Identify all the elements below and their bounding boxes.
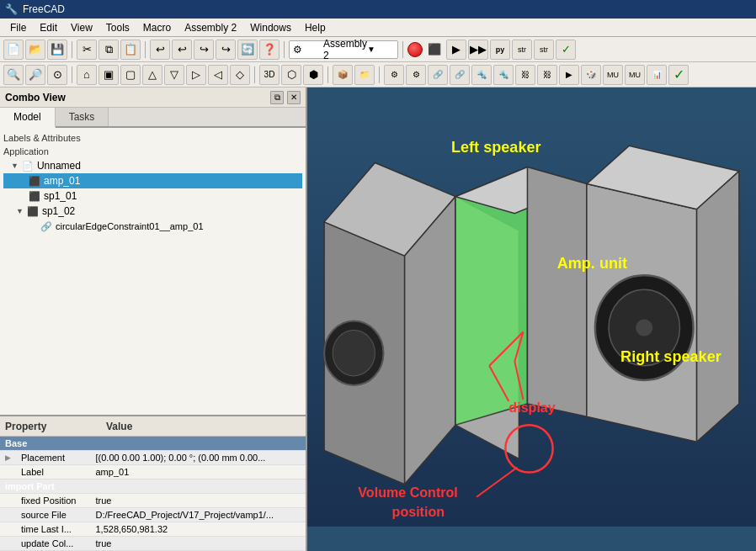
menu-windows[interactable]: Windows (243, 20, 298, 35)
tab-model[interactable]: Model (0, 108, 56, 128)
refresh-button[interactable]: 🔄 (237, 40, 258, 60)
view-right-btn[interactable]: ▷ (186, 65, 206, 85)
tree-item-sp102[interactable]: ▼ ⬛ sp1_02 (3, 204, 302, 219)
tab-tasks[interactable]: Tasks (56, 108, 109, 126)
tree-item-amp01[interactable]: ⬛ amp_01 (3, 173, 302, 188)
prop-row-placement: ▶ Placement [(0.00 0.00 1.00); 0.00 °; (… (0, 451, 306, 465)
prop-time-label: time Last I... (16, 522, 91, 537)
view-wire-btn[interactable]: ⬡ (281, 65, 301, 85)
macro-btn2[interactable]: ⬛ (424, 40, 445, 60)
copy-button[interactable]: ⧉ (98, 40, 119, 60)
update-arrow (0, 537, 16, 551)
menu-tools[interactable]: Tools (99, 20, 136, 35)
toolbar-row1: 📄 📂 💾 ✂ ⧉ 📋 ↩ ↩ ↪ ↪ 🔄 ❓ ⚙ Assembly 2 ▼ ⬛… (0, 37, 756, 62)
asm-btn5[interactable]: 🔩 (471, 65, 492, 85)
undo2-button[interactable]: ↩ (172, 40, 192, 60)
undo-button[interactable]: ↩ (150, 40, 170, 60)
prop-label-label: Label (16, 465, 91, 479)
tree-item-unnamed[interactable]: ▼ 📄 Unnamed (3, 158, 302, 173)
app-icon: 🔧 (5, 3, 18, 15)
menu-assembly2[interactable]: Assembly 2 (178, 20, 243, 35)
label-right-speaker: Right speaker (620, 348, 721, 365)
view-home-btn[interactable]: ⌂ (77, 65, 97, 85)
asm-btn7[interactable]: ⛓ (515, 65, 535, 85)
view-circle-btn[interactable]: ⊙ (47, 65, 67, 85)
view-front-btn[interactable]: ▣ (98, 65, 119, 85)
prop-row-fixed: fixed Position true (0, 494, 306, 508)
constraint-icon: 🔗 (40, 220, 53, 233)
menu-macro[interactable]: Macro (136, 20, 178, 35)
view-top-btn[interactable]: △ (142, 65, 162, 85)
sep2 (145, 41, 146, 58)
zoom-all-btn[interactable]: 🔎 (25, 65, 45, 85)
macro-btn3[interactable]: ▶ (446, 40, 466, 60)
redo2-button[interactable]: ↪ (216, 40, 236, 60)
combo-close-btn[interactable]: ✕ (287, 91, 301, 104)
workbench-dropdown[interactable]: ⚙ Assembly 2 ▼ (289, 40, 398, 59)
tree-item-sp101[interactable]: ⬛ sp1_01 (3, 188, 302, 204)
asm-btn3[interactable]: 🔗 (428, 65, 448, 85)
macro-str1[interactable]: str (512, 40, 532, 60)
menu-help[interactable]: Help (298, 20, 333, 35)
combo-float-btn[interactable]: ⧉ (270, 91, 284, 104)
asm-btn12[interactable]: MU (625, 65, 645, 85)
view-3d-btn[interactable]: 3D (259, 65, 280, 85)
prop-section-base: Base (0, 437, 306, 451)
asm-btn8[interactable]: ⛓ (537, 65, 557, 85)
view-left-btn[interactable]: ◁ (208, 65, 228, 85)
combo-view-title: Combo View (5, 92, 66, 103)
help-button[interactable]: ❓ (259, 40, 280, 60)
menu-view[interactable]: View (64, 20, 99, 35)
expand-sp102[interactable]: ▼ (16, 207, 24, 215)
paste-button[interactable]: 📋 (120, 40, 141, 60)
svg-marker-9 (527, 167, 586, 416)
prop-source-value: D:/FreeCAD_Project/V17_Project/vamp1/... (91, 508, 306, 522)
fixed-arrow (0, 494, 16, 508)
asm-btn2[interactable]: ⚙ (406, 65, 426, 85)
asm-btn9[interactable]: ▶ (559, 65, 579, 85)
sep6 (254, 66, 255, 83)
menubar: File Edit View Tools Macro Assembly 2 Wi… (0, 19, 756, 37)
new-button[interactable]: 📄 (3, 40, 24, 60)
menu-edit[interactable]: Edit (33, 20, 64, 35)
macro-record-button[interactable] (407, 42, 423, 57)
zoom-fit-btn[interactable]: 🔍 (3, 65, 24, 85)
label-position: position (392, 504, 445, 519)
python-btn[interactable]: py (490, 40, 510, 60)
asm-btn1[interactable]: ⚙ (384, 65, 404, 85)
combo-view-header: Combo View ⧉ ✕ (0, 87, 306, 108)
checkmark-btn[interactable]: ✓ (556, 40, 576, 60)
label-arrow (0, 465, 16, 479)
viewport[interactable]: Left speaker Amp. unit Right speaker dis… (307, 87, 756, 551)
view-flat-btn[interactable]: ⬢ (303, 65, 323, 85)
3d-scene: Left speaker Amp. unit Right speaker dis… (307, 87, 756, 551)
macro-str2[interactable]: str (534, 40, 554, 60)
part-btn2[interactable]: 📁 (354, 65, 375, 85)
prop-col-property: Property (5, 421, 106, 432)
tree-item-constraint[interactable]: 🔗 circularEdgeConstraint01__amp_01 (3, 219, 302, 234)
cut-button[interactable]: ✂ (77, 40, 97, 60)
doc-icon: 📄 (21, 159, 35, 172)
redo-button[interactable]: ↪ (194, 40, 214, 60)
expand-unnamed[interactable]: ▼ (11, 162, 19, 170)
open-button[interactable]: 📂 (25, 40, 45, 60)
asm-btn11[interactable]: MU (603, 65, 623, 85)
svg-marker-12 (697, 172, 739, 442)
menu-file[interactable]: File (3, 20, 33, 35)
macro-btn4[interactable]: ▶▶ (468, 40, 488, 60)
asm-btn10[interactable]: 🎲 (581, 65, 601, 85)
view-bottom-btn[interactable]: ▽ (164, 65, 184, 85)
asm-btn6[interactable]: 🔩 (493, 65, 514, 85)
save-button[interactable]: 💾 (47, 40, 67, 60)
checkmark2-btn[interactable]: ✓ (668, 65, 689, 85)
sep8 (379, 66, 380, 83)
part-btn1[interactable]: 📦 (333, 65, 353, 85)
prop-time-value: 1,528,650,981.32 (91, 522, 306, 537)
panel-tabs: Model Tasks (0, 108, 306, 128)
labels-attributes-label: Labels & Attributes (3, 131, 302, 145)
view-back-btn[interactable]: ▢ (120, 65, 141, 85)
asm-btn13[interactable]: 📊 (647, 65, 667, 85)
view-iso-btn[interactable]: ◇ (230, 65, 250, 85)
placement-arrow[interactable]: ▶ (0, 451, 16, 465)
asm-btn4[interactable]: 🔗 (450, 65, 470, 85)
